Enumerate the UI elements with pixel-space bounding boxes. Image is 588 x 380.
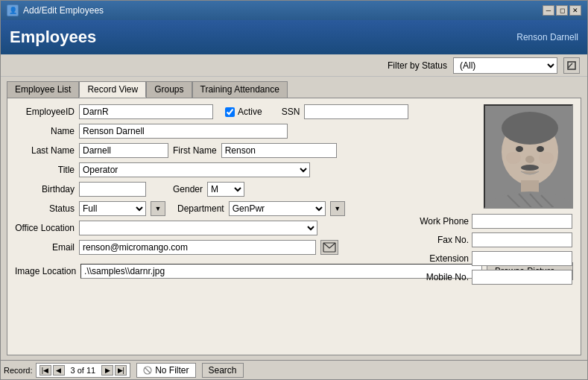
extension-label: Extension bbox=[409, 253, 469, 264]
svg-line-20 bbox=[145, 367, 151, 373]
tab-training-attendance[interactable]: Training Attendance bbox=[192, 81, 288, 98]
mobile-row: Mobile No. bbox=[409, 270, 573, 285]
filter-status: No Filter bbox=[136, 363, 195, 378]
office-location-select[interactable] bbox=[79, 221, 317, 235]
dept-extra-btn[interactable]: ▼ bbox=[330, 201, 345, 216]
department-label: Department bbox=[177, 203, 224, 214]
no-filter-icon bbox=[143, 366, 152, 375]
active-label: Active bbox=[238, 107, 262, 117]
svg-rect-0 bbox=[568, 62, 575, 69]
title-bar-left: 👤 Add/Edit Employees bbox=[7, 4, 104, 16]
svg-point-5 bbox=[502, 112, 558, 145]
record-count: 3 of 11 bbox=[66, 366, 101, 375]
filter-status-select[interactable]: (All) Active Inactive bbox=[453, 57, 557, 74]
extension-row: Extension bbox=[409, 251, 573, 266]
filter-bar: Filter by Status (All) Active Inactive bbox=[1, 54, 587, 77]
no-filter-label: No Filter bbox=[155, 365, 189, 376]
filter-edit-button[interactable] bbox=[563, 57, 580, 74]
nav-prev-button[interactable]: ◀ bbox=[53, 365, 65, 376]
fax-input[interactable] bbox=[472, 232, 572, 247]
email-icon bbox=[323, 242, 336, 253]
form-area: EmployeeID Active SSN Name Last Name Fir… bbox=[7, 98, 581, 355]
last-name-input[interactable] bbox=[79, 143, 168, 158]
tab-record-view[interactable]: Record View bbox=[79, 81, 146, 98]
active-row: Active bbox=[225, 107, 262, 117]
record-label: Record: bbox=[4, 366, 33, 375]
status-extra-btn[interactable]: ▼ bbox=[151, 201, 165, 216]
main-content: Employee List Record View Groups Trainin… bbox=[1, 77, 587, 360]
email-send-button[interactable] bbox=[320, 240, 338, 255]
status-select[interactable]: Full Part Inactive bbox=[79, 201, 146, 216]
svg-point-8 bbox=[516, 146, 523, 152]
title-label: Title bbox=[15, 165, 75, 175]
tab-bar: Employee List Record View Groups Trainin… bbox=[7, 81, 581, 98]
work-phone-row: Work Phone bbox=[409, 214, 573, 229]
search-button[interactable]: Search bbox=[202, 363, 244, 378]
name-input[interactable] bbox=[79, 124, 288, 139]
office-location-label: Office Location bbox=[15, 223, 75, 233]
work-phone-label: Work Phone bbox=[409, 216, 469, 227]
last-name-label: Last Name bbox=[15, 145, 75, 156]
nav-next-button[interactable]: ▶ bbox=[101, 365, 113, 376]
app-title: Employees bbox=[10, 28, 96, 47]
active-checkbox[interactable] bbox=[225, 107, 235, 117]
current-user: Renson Darnell bbox=[516, 32, 578, 42]
title-select[interactable]: Operator Manager Supervisor bbox=[79, 162, 310, 177]
svg-point-13 bbox=[539, 152, 554, 164]
department-select[interactable]: GenPwr Admin Operations bbox=[229, 201, 326, 216]
employee-photo bbox=[484, 104, 573, 209]
photo-placeholder bbox=[485, 106, 572, 207]
birthday-input[interactable] bbox=[79, 182, 146, 197]
photo-svg bbox=[485, 106, 573, 209]
app-icon: 👤 bbox=[7, 4, 19, 16]
employee-id-input[interactable] bbox=[79, 104, 213, 119]
birthday-label: Birthday bbox=[15, 184, 75, 194]
svg-point-12 bbox=[506, 152, 521, 164]
restore-button[interactable]: ◻ bbox=[556, 5, 568, 16]
nav-last-button[interactable]: ▶| bbox=[115, 365, 127, 376]
nav-first-button[interactable]: |◀ bbox=[39, 365, 51, 376]
mobile-input[interactable] bbox=[472, 270, 572, 285]
title-bar: 👤 Add/Edit Employees ─ ◻ ✕ bbox=[1, 1, 587, 20]
gender-label: Gender bbox=[173, 184, 203, 194]
svg-line-1 bbox=[569, 63, 572, 66]
right-fields: Work Phone Fax No. Extension Mobile No. bbox=[409, 214, 573, 288]
tab-employee-list[interactable]: Employee List bbox=[7, 81, 79, 98]
status-bar: Record: |◀ ◀ 3 of 11 ▶ ▶| No Filter Sear… bbox=[1, 360, 587, 379]
tab-groups[interactable]: Groups bbox=[146, 81, 192, 98]
ssn-input[interactable] bbox=[304, 104, 408, 119]
svg-point-11 bbox=[521, 165, 539, 171]
extension-input[interactable] bbox=[472, 251, 572, 266]
window-title: Add/Edit Employees bbox=[23, 5, 104, 16]
work-phone-input[interactable] bbox=[472, 214, 572, 229]
fax-label: Fax No. bbox=[409, 235, 469, 245]
svg-point-10 bbox=[525, 156, 534, 163]
edit-icon bbox=[566, 60, 577, 71]
first-name-label: First Name bbox=[173, 145, 217, 156]
employee-id-label: EmployeeID bbox=[15, 107, 75, 117]
svg-point-9 bbox=[537, 146, 544, 152]
email-input[interactable] bbox=[79, 240, 316, 255]
ssn-label: SSN bbox=[282, 107, 300, 117]
gender-select[interactable]: M F bbox=[207, 182, 244, 197]
image-location-label: Image Location bbox=[15, 266, 76, 276]
email-label: Email bbox=[15, 242, 75, 253]
svg-line-2 bbox=[569, 66, 569, 68]
title-bar-buttons: ─ ◻ ✕ bbox=[543, 5, 581, 16]
mobile-label: Mobile No. bbox=[409, 272, 469, 282]
fax-row: Fax No. bbox=[409, 232, 573, 247]
main-window: 👤 Add/Edit Employees ─ ◻ ✕ Employees Ren… bbox=[0, 0, 588, 380]
first-name-input[interactable] bbox=[221, 143, 337, 158]
header-bar: Employees Renson Darnell bbox=[1, 20, 587, 54]
close-button[interactable]: ✕ bbox=[569, 5, 581, 16]
status-label: Status bbox=[15, 203, 75, 214]
navigation-controls: |◀ ◀ 3 of 11 ▶ ▶| bbox=[36, 363, 131, 378]
name-label: Name bbox=[15, 126, 75, 136]
filter-label: Filter by Status bbox=[388, 60, 447, 71]
minimize-button[interactable]: ─ bbox=[543, 5, 554, 16]
